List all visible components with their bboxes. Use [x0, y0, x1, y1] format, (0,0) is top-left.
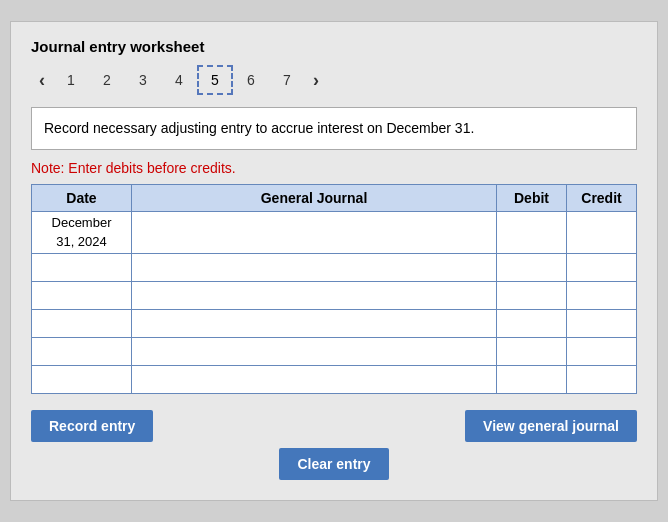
- cell-debit-2[interactable]: [497, 281, 567, 309]
- cell-credit-4[interactable]: [567, 337, 637, 365]
- tab-5[interactable]: 5: [197, 65, 233, 95]
- cell-date-4[interactable]: [32, 337, 132, 365]
- col-header-date: Date: [32, 185, 132, 212]
- cell-credit-3[interactable]: [567, 309, 637, 337]
- cell-date-1[interactable]: [32, 253, 132, 281]
- table-row: [32, 281, 637, 309]
- prev-arrow[interactable]: ‹: [31, 68, 53, 93]
- cell-debit-5[interactable]: [497, 365, 567, 393]
- cell-journal-1[interactable]: [132, 253, 497, 281]
- col-header-credit: Credit: [567, 185, 637, 212]
- cell-date-0[interactable]: December 31, 2024: [32, 212, 132, 253]
- page-title: Journal entry worksheet: [31, 38, 637, 55]
- tab-4[interactable]: 4: [161, 65, 197, 95]
- tab-1[interactable]: 1: [53, 65, 89, 95]
- clear-entry-button[interactable]: Clear entry: [279, 448, 388, 480]
- cell-credit-5[interactable]: [567, 365, 637, 393]
- instruction-box: Record necessary adjusting entry to accr…: [31, 107, 637, 150]
- record-entry-button[interactable]: Record entry: [31, 410, 153, 442]
- col-header-journal: General Journal: [132, 185, 497, 212]
- cell-journal-0[interactable]: [132, 212, 497, 253]
- cell-debit-3[interactable]: [497, 309, 567, 337]
- table-row: [32, 253, 637, 281]
- cell-debit-1[interactable]: [497, 253, 567, 281]
- tab-3[interactable]: 3: [125, 65, 161, 95]
- journal-table: Date General Journal Debit Credit Decemb…: [31, 184, 637, 393]
- cell-credit-0[interactable]: [567, 212, 637, 253]
- center-buttons: Clear entry: [31, 448, 637, 480]
- cell-journal-5[interactable]: [132, 365, 497, 393]
- view-general-journal-button[interactable]: View general journal: [465, 410, 637, 442]
- table-row: December 31, 2024: [32, 212, 637, 253]
- table-row: [32, 337, 637, 365]
- top-buttons: Record entry View general journal: [31, 410, 637, 442]
- buttons-area: Record entry View general journal Clear …: [31, 410, 637, 480]
- note-text: Note: Enter debits before credits.: [31, 160, 637, 176]
- cell-journal-2[interactable]: [132, 281, 497, 309]
- cell-date-5[interactable]: [32, 365, 132, 393]
- cell-date-2[interactable]: [32, 281, 132, 309]
- tab-6[interactable]: 6: [233, 65, 269, 95]
- cell-date-3[interactable]: [32, 309, 132, 337]
- tabs-row: ‹ 1234567›: [31, 65, 637, 95]
- cell-credit-2[interactable]: [567, 281, 637, 309]
- cell-credit-1[interactable]: [567, 253, 637, 281]
- tab-2[interactable]: 2: [89, 65, 125, 95]
- next-arrow[interactable]: ›: [305, 68, 327, 93]
- table-row: [32, 309, 637, 337]
- cell-journal-3[interactable]: [132, 309, 497, 337]
- table-row: [32, 365, 637, 393]
- worksheet-container: Journal entry worksheet ‹ 1234567› Recor…: [10, 21, 658, 500]
- cell-journal-4[interactable]: [132, 337, 497, 365]
- cell-debit-4[interactable]: [497, 337, 567, 365]
- col-header-debit: Debit: [497, 185, 567, 212]
- cell-debit-0[interactable]: [497, 212, 567, 253]
- tab-7[interactable]: 7: [269, 65, 305, 95]
